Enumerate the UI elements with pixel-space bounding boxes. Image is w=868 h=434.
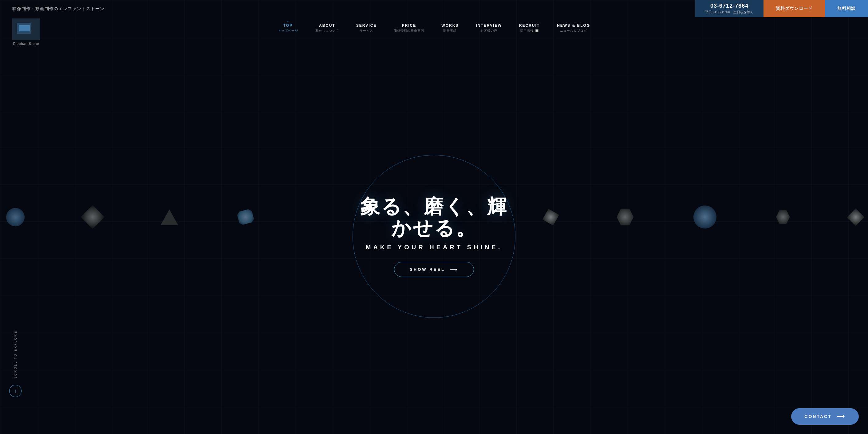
free-consult-button[interactable]: 無料相談: [825, 0, 868, 17]
nav-item-price[interactable]: PRICE 価格帯別の映像事例: [385, 17, 433, 39]
nav-item-recruit[interactable]: RECRUIT 採用情報 🔲: [510, 17, 548, 39]
nav-label-service-jp: サービス: [360, 29, 373, 33]
hero-content: 象る、磨く、輝かせる。 MAKE YOUR HEART SHINE. SHOW …: [0, 0, 868, 434]
nav-label-recruit-jp: 採用情報 🔲: [520, 29, 539, 33]
nav-label-service-en: SERVICE: [356, 23, 376, 28]
phone-hours: 平日10:00-19:00 土日祝を除く: [705, 10, 754, 14]
logo-text: ElephantStone: [13, 42, 39, 45]
nav-item-about[interactable]: ABOUT 私たちについて: [307, 17, 348, 39]
nav-item-top[interactable]: TOP トップページ: [269, 17, 307, 39]
nav-label-news-jp: ニュース＆ブログ: [560, 29, 587, 33]
hero-title-english: MAKE YOUR HEART SHINE.: [360, 244, 508, 251]
nav-item-news[interactable]: NEWS & BLOG ニュース＆ブログ: [548, 17, 599, 39]
top-bar: 03-6712-7864 平日10:00-19:00 土日祝を除く 資料ダウンロ…: [0, 0, 868, 17]
arrow-right-icon: ⟶: [450, 267, 458, 272]
logo-graphic: [16, 22, 37, 37]
nav-label-price-jp: 価格帯別の映像事例: [394, 29, 424, 33]
nav-label-works-jp: 制作実績: [443, 29, 457, 33]
logo-area[interactable]: ElephantStone: [12, 19, 40, 45]
nav-label-recruit-en: RECRUIT: [519, 23, 540, 28]
circle-inner: 象る、磨く、輝かせる。 MAKE YOUR HEART SHINE. SHOW …: [348, 184, 520, 289]
show-reel-button[interactable]: SHOW REEL ⟶: [394, 262, 474, 277]
nav-label-works-en: WORKS: [441, 23, 459, 28]
nav-label-about-jp: 私たちについて: [315, 29, 339, 33]
logo-image: [12, 19, 40, 40]
nav-label-news-en: NEWS & BLOG: [557, 23, 590, 28]
nav-label-interview-en: INTERVIEW: [476, 23, 502, 28]
main-nav: TOP トップページ ABOUT 私たちについて SERVICE サービス PR…: [0, 17, 868, 39]
phone-number: 03-6712-7864: [710, 3, 748, 9]
scroll-indicator: SCROLL TO EXPLORE ↓: [9, 331, 22, 397]
nav-label-top-jp: トップページ: [278, 29, 298, 33]
nav-label-about-en: ABOUT: [319, 23, 335, 28]
hero-title-japanese: 象る、磨く、輝かせる。: [360, 196, 508, 239]
show-reel-label: SHOW REEL: [410, 267, 445, 272]
nav-label-price-en: PRICE: [402, 23, 416, 28]
nav-item-service[interactable]: SERVICE サービス: [348, 17, 385, 39]
nav-label-top-en: TOP: [283, 23, 292, 28]
hero-section: 象る、磨く、輝かせる。 MAKE YOUR HEART SHINE. SHOW …: [0, 0, 868, 434]
phone-block: 03-6712-7864 平日10:00-19:00 土日祝を除く: [695, 0, 764, 17]
nav-item-works[interactable]: WORKS 制作実績: [433, 17, 467, 39]
nav-item-interview[interactable]: INTERVIEW お客様の声: [467, 17, 510, 39]
scroll-down-icon[interactable]: ↓: [9, 385, 22, 397]
download-button[interactable]: 資料ダウンロード: [764, 0, 825, 17]
contact-label: CONTACT: [804, 414, 831, 419]
contact-arrow-icon: ⟶: [837, 413, 845, 420]
scroll-text: SCROLL TO EXPLORE: [14, 331, 17, 379]
site-title: 映像制作・動画制作のエレファントストーン: [12, 6, 104, 12]
contact-button[interactable]: CONTACT ⟶: [791, 408, 859, 425]
nav-label-interview-jp: お客様の声: [480, 29, 497, 33]
circle-container: 象る、磨く、輝かせる。 MAKE YOUR HEART SHINE. SHOW …: [348, 150, 520, 322]
